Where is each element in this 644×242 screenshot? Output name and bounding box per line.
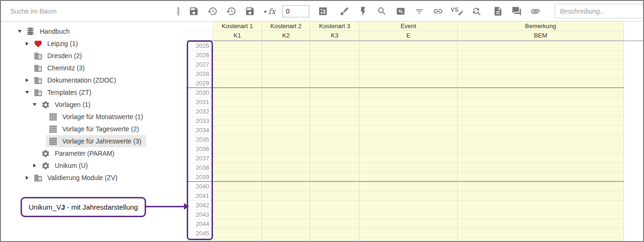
cell-e-2038[interactable] <box>359 163 458 173</box>
cell-k1-2026[interactable] <box>213 51 262 60</box>
cell-k3-2038[interactable] <box>310 163 359 173</box>
cell-k2-2033[interactable] <box>262 116 310 126</box>
cell-k3-2025[interactable] <box>310 41 359 51</box>
cell-e-2025[interactable] <box>359 41 458 51</box>
year-row-header[interactable]: 2026 <box>186 51 213 60</box>
brush-button[interactable] <box>338 5 351 17</box>
tree-node-database[interactable]: Handbuch <box>23 25 74 38</box>
cell-k2-2031[interactable] <box>262 98 310 107</box>
attachment-button[interactable] <box>529 5 542 17</box>
history-button[interactable] <box>225 5 237 17</box>
cell-k1-2044[interactable] <box>213 219 262 229</box>
year-row-header[interactable]: 2027 <box>186 60 213 69</box>
tree-node-table[interactable]: Vorlage für Monatswerte (1) <box>46 111 148 123</box>
description-input[interactable] <box>555 4 644 18</box>
cell-k1-2045[interactable] <box>213 229 262 238</box>
save-button[interactable] <box>244 5 256 17</box>
cell-k2-2030[interactable] <box>262 88 310 98</box>
tree-search-input[interactable] <box>1 7 175 15</box>
cell-e-2036[interactable] <box>359 144 458 154</box>
cell-k2-2042[interactable] <box>262 201 310 210</box>
year-row-header[interactable]: 2042 <box>186 201 213 210</box>
cell-bem-2035[interactable] <box>458 135 624 144</box>
cell-bem-2034[interactable] <box>458 126 624 135</box>
cell-k1-2035[interactable] <box>213 135 262 144</box>
panel-splitter-handle[interactable] <box>177 7 179 15</box>
cell-k3-2030[interactable] <box>310 88 359 98</box>
cell-bem-2029[interactable] <box>458 79 624 88</box>
cell-k3-2035[interactable] <box>310 135 359 144</box>
tree-node-building[interactable]: Dokumentation (ZDOC) <box>31 74 121 86</box>
cell-k2-2043[interactable] <box>262 210 310 219</box>
year-row-header[interactable]: 2034 <box>186 126 213 135</box>
year-row-header[interactable]: 2045 <box>186 229 213 238</box>
expand-arrow-icon[interactable] <box>23 176 31 180</box>
cell-k3-2036[interactable] <box>310 144 359 154</box>
cell-k3-2031[interactable] <box>310 98 359 107</box>
year-row-header[interactable]: 2031 <box>186 98 213 107</box>
cell-k3-2043[interactable] <box>310 210 359 219</box>
cell-k2-2039[interactable] <box>262 173 310 182</box>
tree-node-gear[interactable]: Vorlagen (1) <box>38 98 95 111</box>
cell-k1-2030[interactable] <box>213 88 262 98</box>
cell-bem-2028[interactable] <box>458 69 624 79</box>
year-row-header[interactable]: 2036 <box>186 144 213 154</box>
cell-e-2039[interactable] <box>359 173 458 182</box>
year-row-header[interactable]: 2037 <box>186 154 213 163</box>
cell-k2-2036[interactable] <box>262 144 310 154</box>
collapse-arrow-icon[interactable] <box>16 30 23 33</box>
cell-bem-2042[interactable] <box>458 201 624 210</box>
cell-k1-2032[interactable] <box>213 107 262 116</box>
find-replace-button[interactable] <box>470 5 483 17</box>
year-row-header[interactable]: 2040 <box>186 182 213 191</box>
cell-k1-2029[interactable] <box>213 79 262 88</box>
cell-k1-2038[interactable] <box>213 163 262 173</box>
cell-k2-2026[interactable] <box>262 51 310 60</box>
year-row-header[interactable]: 2043 <box>186 210 213 219</box>
filter-button[interactable] <box>413 5 425 17</box>
flash-button[interactable] <box>357 5 369 17</box>
cell-k1-2027[interactable] <box>213 60 262 69</box>
expand-arrow-icon[interactable] <box>23 78 31 82</box>
document-button[interactable] <box>492 5 504 17</box>
cell-k1-2031[interactable] <box>213 98 262 107</box>
cell-k2-2044[interactable] <box>262 219 310 229</box>
calculator-button[interactable] <box>317 5 329 17</box>
cell-k3-2044[interactable] <box>310 219 359 229</box>
cell-k3-2042[interactable] <box>310 201 359 210</box>
cell-k2-2035[interactable] <box>262 135 310 144</box>
formula-fx-button[interactable]: fx <box>263 6 276 16</box>
cell-k3-2041[interactable] <box>310 191 359 201</box>
cell-k2-2041[interactable] <box>262 191 310 201</box>
collapse-arrow-icon[interactable] <box>23 91 31 94</box>
tree-node-building[interactable]: Validierung Module (ZV) <box>31 172 122 184</box>
cell-e-2042[interactable] <box>359 201 458 210</box>
cell-e-2043[interactable] <box>359 210 458 219</box>
comments-button[interactable] <box>511 5 523 17</box>
tree-node-table[interactable]: Vorlage für Tageswerte (2) <box>46 123 144 135</box>
cell-k1-2040[interactable] <box>213 182 262 191</box>
cell-e-2033[interactable] <box>359 116 458 126</box>
cell-k1-2025[interactable] <box>213 41 262 51</box>
year-row-header[interactable]: 2038 <box>186 163 213 173</box>
cell-k1-2043[interactable] <box>213 210 262 219</box>
cell-e-2027[interactable] <box>359 60 458 69</box>
cell-k2-2027[interactable] <box>262 60 310 69</box>
year-row-header[interactable]: 2041 <box>186 191 213 201</box>
link-button[interactable] <box>432 5 444 17</box>
cell-bem-2036[interactable] <box>458 144 624 154</box>
year-row-header[interactable]: 2032 <box>186 107 213 116</box>
cell-bem-2041[interactable] <box>458 191 624 201</box>
tree-node-building[interactable]: Templates (ZT) <box>31 86 96 98</box>
cell-e-2037[interactable] <box>359 154 458 163</box>
cell-k3-2045[interactable] <box>310 229 359 238</box>
year-row-header[interactable]: 2028 <box>186 69 213 79</box>
cell-k2-2038[interactable] <box>262 163 310 173</box>
cell-k2-2028[interactable] <box>262 69 310 79</box>
cell-bem-2038[interactable] <box>458 163 624 173</box>
cell-e-2026[interactable] <box>359 51 458 60</box>
cell-k3-2040[interactable] <box>310 182 359 191</box>
cell-bem-2040[interactable] <box>458 182 624 191</box>
cell-e-2041[interactable] <box>359 191 458 201</box>
year-row-header[interactable]: 2030 <box>186 88 213 98</box>
